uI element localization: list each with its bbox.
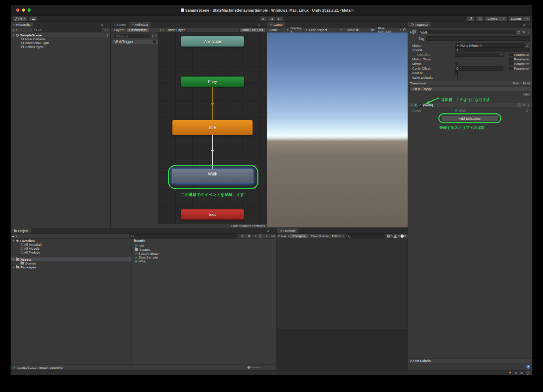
scale-slider[interactable] — [356, 29, 369, 31]
kebab-menu-icon[interactable]: ⋮ — [104, 22, 110, 27]
eye-icon[interactable] — [160, 29, 164, 31]
write-defaults-checkbox[interactable]: ✓ — [455, 76, 458, 79]
kebab-menu-icon[interactable]: ⋮ — [270, 228, 276, 233]
preset-icon[interactable]: ⇆ — [523, 103, 526, 107]
kebab-menu-icon[interactable]: ⋮ — [526, 22, 532, 27]
kebab-menu-icon[interactable]: ⋮ — [527, 103, 530, 107]
tag-field[interactable] — [426, 36, 530, 41]
console-detail-pane[interactable] — [277, 329, 408, 370]
gear-icon[interactable] — [403, 28, 406, 31]
project-add-button[interactable]: + ▾ — [12, 234, 17, 238]
hierarchy-search-input[interactable]: All — [33, 28, 102, 32]
game-viewport[interactable] — [267, 32, 408, 227]
object-picker-icon[interactable]: ⊙ — [526, 44, 529, 47]
step-button[interactable]: ▶❙ — [276, 16, 284, 21]
help-icon[interactable]: ? — [517, 31, 520, 34]
kebab-menu-icon[interactable]: ⋮ — [402, 22, 408, 27]
preset-icon[interactable]: ⇆ — [522, 30, 525, 34]
lock-icon[interactable]: a — [256, 22, 261, 27]
cloud-button[interactable]: ☁ — [29, 16, 37, 21]
foldout-icon[interactable]: ▼ — [12, 259, 15, 261]
remove-transition-button[interactable]: − — [522, 93, 530, 96]
tab-project[interactable]: Project — [11, 228, 31, 233]
state-machine-graph[interactable]: Any State Entry Idle Walk この遷移でのイベントを登録し… — [158, 32, 267, 228]
parameter-checkbox[interactable] — [509, 58, 513, 61]
object-picker-icon[interactable]: ⊙ — [526, 109, 529, 112]
tree-row-directional-light[interactable]: Directional Light — [11, 41, 110, 45]
layers-tab[interactable]: Layers — [112, 28, 127, 32]
parameter-row-walktrigger[interactable]: WalkTrigger — [112, 40, 158, 44]
tree-row-main-camera[interactable]: Main Camera — [11, 37, 110, 41]
parameters-tab[interactable]: Parameters — [127, 28, 149, 32]
tab-inspector[interactable]: i Inspector — [408, 22, 431, 27]
multiplier-dropdown[interactable]: ▾ — [455, 53, 503, 57]
parameter-checkbox[interactable] — [509, 53, 513, 56]
asset-item-statesample[interactable]: ▲ StateSample — [135, 255, 276, 259]
tree-row-favorites[interactable]: ▼ ★ Favorites — [11, 239, 132, 243]
state-node-any-state[interactable]: Any State — [181, 36, 244, 47]
error-pause-toggle[interactable]: Error Pause — [309, 234, 331, 238]
cycle-offset-field[interactable]: 0 — [455, 66, 503, 71]
tree-row-assets[interactable]: ▼ Assets — [11, 257, 132, 261]
hierarchy-add-button[interactable]: + ▾ — [12, 28, 17, 32]
project-search-input[interactable] — [129, 234, 238, 238]
layout-dropdown[interactable]: Layout ▾ — [508, 16, 530, 21]
asset-item-stateanimator[interactable]: ⇄ StateAnimator — [135, 251, 276, 255]
editor-dropdown[interactable]: Editor ▾ — [332, 234, 344, 238]
trigger-radio[interactable] — [153, 40, 156, 43]
foldout-icon[interactable]: ▼ — [12, 34, 15, 36]
speed-field[interactable]: 1 — [455, 48, 530, 52]
foot-ik-checkbox[interactable] — [455, 71, 458, 75]
state-node-idle[interactable]: Idle — [172, 120, 253, 135]
search-by-import-icon[interactable]: ⬢ — [246, 234, 252, 238]
mirror-checkbox[interactable] — [455, 62, 458, 65]
close-window-icon[interactable] — [16, 8, 19, 12]
script-field[interactable]: # Walk — [455, 108, 525, 112]
game-target-dropdown[interactable]: Game ▾ — [269, 28, 288, 32]
info-count-badge[interactable]: ! 0 — [387, 234, 392, 238]
breadcrumb[interactable]: Base Layer — [168, 28, 185, 32]
help-icon[interactable]: ? — [518, 103, 521, 107]
state-node-walk[interactable]: Walk — [172, 169, 253, 183]
console-search-input[interactable] — [345, 234, 386, 238]
tree-row-all-prefabs[interactable]: All Prefabs — [11, 250, 132, 254]
hot-reload-icon[interactable]: ✦ — [509, 371, 512, 375]
kebab-menu-icon[interactable]: ⋮ — [104, 34, 110, 37]
scene-picker-icon[interactable]: ⊡ — [103, 28, 109, 32]
account-button[interactable]: H ▾ — [13, 16, 28, 21]
zoom-window-icon[interactable] — [28, 8, 31, 12]
play-button[interactable]: ▶ — [260, 16, 267, 21]
lock-icon[interactable]: a — [522, 22, 526, 27]
hidden-count-button[interactable]: ø 6 — [271, 234, 275, 238]
pause-button[interactable] — [268, 16, 275, 21]
asset-item-scenes[interactable]: Scenes — [135, 248, 276, 251]
lock-icon[interactable]: a — [100, 22, 104, 27]
tree-row-scenes[interactable]: Scenes — [11, 261, 132, 265]
tab-scene[interactable]: # Scene — [111, 22, 129, 27]
state-name-field[interactable]: Walk — [419, 30, 515, 34]
search-button[interactable] — [476, 16, 484, 21]
collapse-toggle[interactable]: Collapse — [290, 234, 308, 238]
kebab-menu-icon[interactable]: ⋮ — [527, 30, 530, 34]
asset-item-walk[interactable]: # Walk — [135, 259, 276, 263]
aspect-dropdown[interactable]: Free Aspect ▾ — [309, 28, 341, 32]
clear-dropdown[interactable]: Clear ▾ — [278, 234, 289, 238]
warning-count-badge[interactable]: 0 — [393, 234, 399, 238]
lock-icon[interactable]: a — [266, 228, 270, 233]
add-label-icon[interactable] — [526, 365, 530, 369]
add-behaviour-button[interactable]: Add Behaviour — [441, 116, 498, 121]
kebab-menu-icon[interactable]: ⋮ — [402, 228, 408, 233]
minimize-window-icon[interactable] — [22, 8, 25, 12]
tree-row-all-models[interactable]: All Models — [11, 247, 132, 250]
tab-animator[interactable]: ≻ Animator — [129, 22, 151, 27]
parameter-checkbox[interactable] — [509, 67, 513, 70]
tree-row-gameobject[interactable]: GameObject — [11, 45, 110, 49]
auto-live-link-button[interactable]: Auto Live Link — [239, 28, 265, 32]
state-node-exit[interactable]: Exit — [181, 209, 244, 220]
component-enabled-checkbox[interactable]: ✓ — [419, 103, 422, 107]
save-search-icon[interactable]: ★ — [264, 234, 269, 238]
search-by-type-icon[interactable]: ⊡ — [239, 234, 245, 238]
kebab-menu-icon[interactable]: ⋮ — [261, 22, 267, 27]
tab-console[interactable]: ▤ Console — [277, 228, 298, 233]
tab-game[interactable]: ∞ Game — [267, 22, 285, 27]
